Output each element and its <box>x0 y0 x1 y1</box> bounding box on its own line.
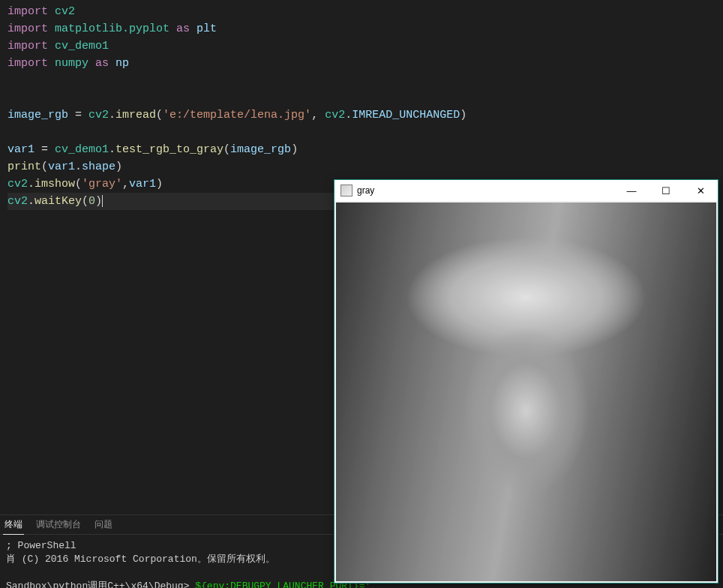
text-cursor <box>102 195 103 207</box>
code-line: print(var1.shape) <box>8 158 716 176</box>
tab-problems[interactable]: 问题 <box>93 515 114 534</box>
close-button[interactable]: ✕ <box>683 180 718 201</box>
tab-debug-console[interactable]: 调试控制台 <box>34 515 82 534</box>
window-titlebar[interactable]: gray — ☐ ✕ <box>334 180 718 201</box>
maximize-button[interactable]: ☐ <box>649 180 683 201</box>
window-title: gray <box>357 185 614 196</box>
code-line <box>8 72 716 89</box>
code-line: import numpy as np <box>8 55 716 72</box>
minimize-button[interactable]: — <box>614 180 649 201</box>
code-line: import matplotlib.pyplot as plt <box>8 20 716 38</box>
code-line <box>8 124 716 141</box>
tab-terminal[interactable]: 终端 <box>3 515 24 535</box>
grayscale-image <box>336 202 716 581</box>
code-line: var1 = cv_demo1.test_rgb_to_gray(image_r… <box>8 141 716 158</box>
code-line: import cv2 <box>8 3 716 20</box>
opencv-window[interactable]: gray — ☐ ✕ <box>334 179 718 584</box>
code-line <box>8 89 716 106</box>
app-icon <box>340 184 352 196</box>
window-content <box>334 201 718 583</box>
code-line: image_rgb = cv2.imread('e:/template/lena… <box>8 106 716 124</box>
code-line: import cv_demo1 <box>8 38 716 55</box>
